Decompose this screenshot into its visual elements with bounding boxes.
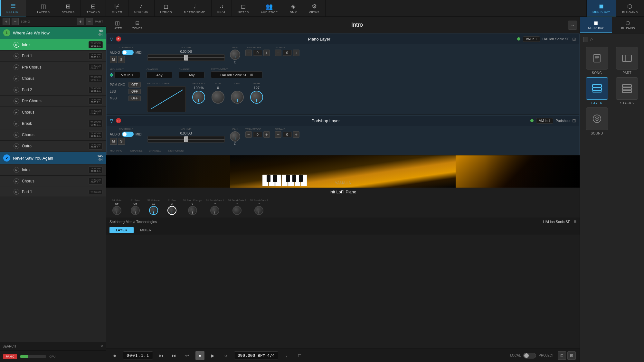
- piano-channel-out-value[interactable]: Any: [179, 72, 204, 78]
- piano-low-knob[interactable]: [212, 91, 224, 104]
- song-item-2[interactable]: 2 Never Saw You Again 145 4/4: [0, 152, 106, 164]
- mixer-tab-button[interactable]: MIXER: [134, 227, 158, 233]
- local-project-toggle[interactable]: [523, 353, 536, 358]
- nav-item-plug-ins[interactable]: ⬡ PLUG-INS: [616, 0, 644, 16]
- padshop-record-button[interactable]: R: [116, 118, 121, 123]
- part-item-part1[interactable]: ▶ Part 1 TRIGGER 0005.1.1: [0, 51, 106, 62]
- nav-item-metronome[interactable]: ♩ METRONOME: [178, 0, 212, 16]
- toolbar-layer-button[interactable]: ◫ LAYER: [109, 19, 126, 31]
- send-s1-solo-knob[interactable]: [131, 206, 140, 215]
- part-item-prechorus2[interactable]: ▶ Pre Chorus TRIGGER 0033.2.1: [0, 96, 106, 107]
- part-item-part2[interactable]: ▶ Part 2 TRIGGER 0025.1.1: [0, 84, 106, 96]
- nav-item-audience[interactable]: 👥 AUDIENCE: [255, 0, 284, 16]
- piano-vol-handle[interactable]: [184, 55, 188, 60]
- plug-ins-tab[interactable]: ⬡ PLUG-INS: [612, 17, 644, 33]
- transport-stop-button[interactable]: ■: [195, 351, 204, 360]
- media-item-part[interactable]: PART: [613, 47, 641, 75]
- piano-filter-icon[interactable]: ▽: [110, 36, 113, 42]
- padshop-filter-icon[interactable]: ▽: [110, 118, 113, 123]
- send-s1-pan-knob[interactable]: [167, 206, 176, 215]
- padshop-menu-icon[interactable]: ⊞: [572, 118, 576, 123]
- part-item-chorus1[interactable]: ▶ Chorus TRIGGER 0017.1.1: [0, 73, 106, 84]
- padshop-transpose-minus[interactable]: −: [245, 131, 252, 138]
- song-item-1[interactable]: 1 Where Are We Now 90 4/4: [0, 27, 106, 39]
- media-item-stacks[interactable]: STACKS: [613, 77, 641, 105]
- piano-msb-value[interactable]: OFF: [128, 96, 141, 101]
- nav-item-tracks[interactable]: ⊟ TRACKS: [81, 0, 106, 16]
- piano-high-knob[interactable]: [250, 91, 263, 104]
- piano-record-button[interactable]: R: [116, 36, 121, 42]
- piano-instrument-value[interactable]: HALion Sonic SE ⊞: [211, 71, 262, 78]
- piano-octave-plus[interactable]: +: [293, 50, 299, 56]
- send-s1-gain1-knob[interactable]: [210, 206, 219, 215]
- padshop-solo-button[interactable]: S: [118, 138, 125, 145]
- nav-item-mixer[interactable]: ⊮ MIXER: [106, 0, 128, 16]
- layout-btn-1[interactable]: ⊡: [558, 351, 566, 360]
- nav-item-stacks[interactable]: ⊞ STACKS: [56, 0, 81, 16]
- piano-audio-toggle[interactable]: [122, 50, 134, 55]
- part-item-intro[interactable]: ▶ Intro TRIGGER 0001.1.1: [0, 39, 106, 51]
- transport-record-button[interactable]: ○: [221, 351, 230, 360]
- home-icon[interactable]: ⌂: [590, 37, 593, 42]
- loop-square-button[interactable]: □: [295, 351, 304, 360]
- padshop-pan-knob[interactable]: [230, 131, 240, 142]
- piano-transpose-plus[interactable]: +: [263, 50, 270, 56]
- padshop-octave-plus[interactable]: +: [293, 131, 299, 138]
- media-item-song[interactable]: SONG: [583, 47, 611, 75]
- part-item-s2-chorus[interactable]: ▶ Chorus TRIGGER 0005.1.1: [0, 176, 106, 187]
- media-item-sound[interactable]: SOUND: [583, 107, 611, 135]
- part-item-outro[interactable]: ▶ Outro TRIGGER 0061.1.1: [0, 141, 106, 152]
- media-bay-tab[interactable]: ◼ MEDIA BAY: [580, 17, 612, 33]
- piano-limit-knob[interactable]: [231, 91, 244, 104]
- nav-item-dmx[interactable]: ◈ DMX: [284, 0, 303, 16]
- nav-item-layers[interactable]: ◫ LAYERS: [31, 0, 56, 16]
- piano-pan-knob[interactable]: [230, 50, 240, 60]
- transport-loop-button[interactable]: ↩: [183, 351, 192, 360]
- piano-volume-slider[interactable]: [147, 54, 225, 61]
- layout-btn-2[interactable]: ⊞: [567, 351, 576, 360]
- transport-fastforward-button[interactable]: ⏭: [170, 351, 179, 360]
- send-s1-progchange-knob[interactable]: [188, 206, 197, 215]
- nav-item-lyrics[interactable]: ◻ LYRICS: [155, 0, 178, 16]
- part-item-chorus3[interactable]: ▶ Chorus TRIGGER 0063.1.1: [0, 129, 106, 141]
- remove-part-button[interactable]: −: [86, 18, 93, 25]
- piano-lsb-value[interactable]: OFF: [128, 89, 141, 94]
- panic-button[interactable]: PANIC: [3, 354, 17, 359]
- part-item-s2-part1[interactable]: ▶ Part 1 TRIGGER: [0, 187, 106, 197]
- piano-transpose-minus[interactable]: −: [245, 50, 252, 56]
- transport-rewind-button[interactable]: ⏮: [157, 351, 166, 360]
- send-s1-gain2-knob[interactable]: [232, 206, 242, 215]
- padshop-vol-handle[interactable]: [184, 136, 188, 142]
- nav-item-media-bay[interactable]: ◼ MEDIA BAY: [587, 0, 616, 16]
- add-part-button[interactable]: +: [77, 18, 84, 25]
- nav-item-notes[interactable]: ◻ NOTES: [232, 0, 255, 16]
- nav-item-setlist[interactable]: ☰ SETLIST: [0, 0, 26, 16]
- padshop-octave-minus[interactable]: −: [275, 131, 281, 138]
- piano-channel-in-value[interactable]: Any: [147, 72, 172, 78]
- send-s1-mute-knob[interactable]: [112, 206, 121, 215]
- padshop-volume-slider[interactable]: [147, 136, 225, 143]
- nav-item-views[interactable]: ⚙ VIEWS: [303, 0, 326, 16]
- part-item-prechorus1[interactable]: ▶ Pre Chorus TRIGGER 0013.1.1: [0, 62, 106, 73]
- search-close-button[interactable]: ✕: [100, 344, 103, 348]
- transport-play-button[interactable]: ▶: [208, 351, 217, 360]
- layer-tab-button[interactable]: LAYER: [109, 227, 134, 233]
- padshop-transpose-plus[interactable]: +: [263, 131, 270, 138]
- piano-octave-minus[interactable]: −: [275, 50, 281, 56]
- add-song-button[interactable]: +: [3, 18, 10, 25]
- navigate-forward-button[interactable]: →: [568, 21, 577, 30]
- nav-item-beat[interactable]: ♫ BEAT: [212, 0, 232, 16]
- halion-menu-icon[interactable]: ⊞: [573, 219, 576, 224]
- nav-item-chords[interactable]: ♪ CHORDS: [128, 0, 155, 16]
- metronome-transport-button[interactable]: ♩: [282, 351, 291, 360]
- part-item-chorus2[interactable]: ▶ Chorus TRIGGER 0037.2.1: [0, 107, 106, 118]
- padshop-mute-button[interactable]: M: [110, 138, 117, 145]
- remove-song-button[interactable]: −: [12, 18, 19, 25]
- media-item-layer[interactable]: LAYER: [583, 77, 611, 105]
- media-bay-checkbox[interactable]: [583, 37, 588, 42]
- piano-solo-button[interactable]: S: [118, 56, 125, 63]
- transport-home-button[interactable]: ⏮: [110, 351, 119, 360]
- piano-velocity-knob[interactable]: [192, 91, 205, 104]
- send-s1-gain3-knob[interactable]: [254, 206, 263, 215]
- part-item-break[interactable]: ▶ Break TRIGGER 0045.1.1: [0, 118, 106, 129]
